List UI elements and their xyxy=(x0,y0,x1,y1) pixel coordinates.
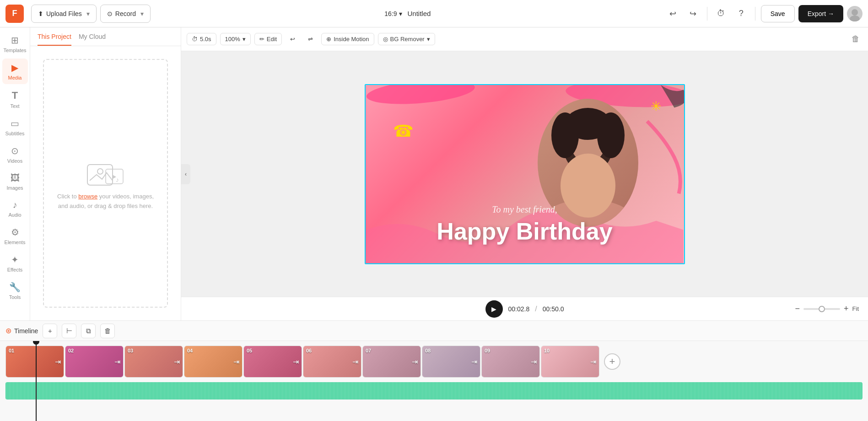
zoom-slider[interactable] xyxy=(803,308,840,310)
fit-button[interactable]: Fit xyxy=(852,305,859,312)
timeline-label: ⊛ Timeline xyxy=(5,326,38,335)
edit-label: Edit xyxy=(267,36,277,43)
top-center: 16:9 ▾ Untitled xyxy=(154,10,661,17)
clip-1-arrow: ⇥ xyxy=(55,357,61,366)
bottom-panel: ⊛ Timeline + ⊢ ⧉ 🗑 01 ⇥ 02 ⇥ 03 ⇥ xyxy=(0,320,868,421)
sidebar-label-audio: Audio xyxy=(8,212,21,218)
aspect-ratio-value: 16:9 xyxy=(384,10,397,17)
media-upload-area[interactable]: ♪ Click to browse your videos, images, a… xyxy=(43,59,168,308)
delete-clip-button[interactable]: 🗑 xyxy=(849,32,863,47)
bg-remover-label: BG Remover xyxy=(390,36,425,43)
upload-files-button[interactable]: ⬆ Upload Files ▾ xyxy=(31,5,97,23)
edit-button[interactable]: ✏ Edit xyxy=(254,33,282,45)
sidebar-item-tools[interactable]: 🔧 Tools xyxy=(2,278,28,304)
timeline-icon: ⊛ xyxy=(5,326,11,335)
media-panel: This Project My Cloud ♪ Click to browse … xyxy=(30,27,181,320)
bg-remover-button[interactable]: ◎ BG Remover ▾ xyxy=(378,33,435,45)
sidebar-label-subtitles: Subtitles xyxy=(5,131,24,136)
canvas-subtitle: To my best friend, xyxy=(366,204,684,215)
bg-remover-icon: ◎ xyxy=(383,36,388,43)
upload-placeholder-icon: ♪ xyxy=(83,155,129,192)
inside-motion-label: Inside Motion xyxy=(334,36,369,43)
clip-4-arrow: ⇥ xyxy=(233,357,239,366)
sidebar-item-text[interactable]: T Text xyxy=(2,86,28,112)
clip-3[interactable]: 03 ⇥ xyxy=(124,346,183,378)
inside-motion-button[interactable]: ⊕ Inside Motion xyxy=(321,33,374,45)
zoom-in-button[interactable]: + xyxy=(844,304,849,314)
timeline-playhead[interactable] xyxy=(36,341,37,421)
clip-5-arrow: ⇥ xyxy=(293,357,299,366)
sidebar-item-audio[interactable]: ♪ Audio xyxy=(2,196,28,221)
clip-7[interactable]: 07 ⇥ xyxy=(362,346,421,378)
add-clip-button[interactable]: + xyxy=(604,353,620,370)
zoom-chevron-icon: ▾ xyxy=(243,36,246,43)
templates-icon: ⊞ xyxy=(11,35,19,46)
upload-chevron-icon: ▾ xyxy=(86,10,90,17)
user-avatar[interactable] xyxy=(847,6,863,21)
history-button[interactable]: ⏱ xyxy=(713,5,729,22)
sidebar-item-subtitles[interactable]: ▭ Subtitles xyxy=(2,114,28,140)
sidebar-item-media[interactable]: ▶ Media xyxy=(2,59,28,84)
zoom-controls: − + Fit xyxy=(795,304,859,314)
sidebar-item-effects[interactable]: ✦ Effects xyxy=(2,250,28,276)
help-button[interactable]: ? xyxy=(733,5,749,22)
current-time: 00:02.8 xyxy=(508,305,530,313)
duplicate-button[interactable]: ⧉ xyxy=(81,324,96,338)
duration-button[interactable]: ⏱ 5.0s xyxy=(187,33,216,45)
edit-icon: ✏ xyxy=(259,36,264,43)
video-canvas[interactable]: ✳ ☎ To my best friend, Happy Birthday xyxy=(365,84,685,264)
timeline-body: 01 ⇥ 02 ⇥ 03 ⇥ 04 ⇥ 05 ⇥ xyxy=(0,341,868,421)
undo-canvas-button[interactable]: ↩ xyxy=(286,33,300,45)
sidebar-label-effects: Effects xyxy=(7,267,22,272)
add-track-button[interactable]: + xyxy=(43,324,57,338)
save-button[interactable]: Save xyxy=(761,5,795,22)
export-button[interactable]: Export → xyxy=(798,5,843,22)
tab-this-project[interactable]: This Project xyxy=(38,33,71,46)
svg-point-0 xyxy=(852,9,858,16)
aspect-ratio-button[interactable]: 16:9 ▾ xyxy=(384,10,402,17)
audio-waveform xyxy=(5,382,863,400)
flip-button[interactable]: ⇌ xyxy=(303,33,318,45)
audio-icon: ♪ xyxy=(13,200,17,210)
svg-point-1 xyxy=(850,16,860,21)
sidebar-item-videos[interactable]: ⊙ Videos xyxy=(2,142,28,167)
clip-9[interactable]: 09 ⇥ xyxy=(481,346,540,378)
clip-2[interactable]: 02 ⇥ xyxy=(65,346,124,378)
browse-link[interactable]: browse xyxy=(78,193,97,200)
timeline-clips: 01 ⇥ 02 ⇥ 03 ⇥ 04 ⇥ 05 ⇥ xyxy=(0,341,868,382)
clip-10[interactable]: 10 ⇥ xyxy=(541,346,599,378)
divider xyxy=(707,7,707,21)
sidebar-item-templates[interactable]: ⊞ Templates xyxy=(2,31,28,57)
record-button[interactable]: ⊙ Record ▾ xyxy=(100,5,151,23)
zoom-button[interactable]: 100% ▾ xyxy=(220,33,251,45)
inside-motion-icon: ⊕ xyxy=(326,36,331,43)
play-button[interactable]: ▶ xyxy=(485,300,503,318)
clip-8[interactable]: 08 ⇥ xyxy=(422,346,480,378)
clip-5[interactable]: 05 ⇥ xyxy=(243,346,302,378)
sidebar-label-elements: Elements xyxy=(5,240,26,245)
tab-my-cloud[interactable]: My Cloud xyxy=(79,33,106,46)
clip-1[interactable]: 01 ⇥ xyxy=(5,346,64,378)
delete-track-button[interactable]: 🗑 xyxy=(100,324,115,338)
redo-button[interactable]: ↪ xyxy=(685,5,701,22)
clip-9-num: 09 xyxy=(485,348,490,353)
clip-4[interactable]: 04 ⇥ xyxy=(184,346,243,378)
sidebar-item-elements[interactable]: ⚙ Elements xyxy=(2,223,28,249)
split-button[interactable]: ⊢ xyxy=(62,324,76,338)
effects-icon: ✦ xyxy=(11,254,19,265)
main-content: ⊞ Templates ▶ Media T Text ▭ Subtitles ⊙… xyxy=(0,27,868,320)
sidebar-label-images: Images xyxy=(6,185,23,191)
undo-button[interactable]: ↩ xyxy=(665,5,681,22)
clip-4-num: 04 xyxy=(187,348,193,353)
clip-6[interactable]: 06 ⇥ xyxy=(303,346,361,378)
tools-icon: 🔧 xyxy=(9,282,21,293)
zoom-out-button[interactable]: − xyxy=(795,304,800,314)
collapse-panel-button[interactable]: ‹ xyxy=(181,164,190,184)
clip-5-num: 05 xyxy=(247,348,252,353)
audio-track[interactable] xyxy=(5,382,863,400)
sidebar-label-tools: Tools xyxy=(9,294,21,300)
sidebar-item-images[interactable]: 🖼 Images xyxy=(2,169,28,194)
time-separator: / xyxy=(535,305,537,313)
app-logo: F xyxy=(5,5,24,23)
project-title[interactable]: Untitled xyxy=(408,10,431,17)
